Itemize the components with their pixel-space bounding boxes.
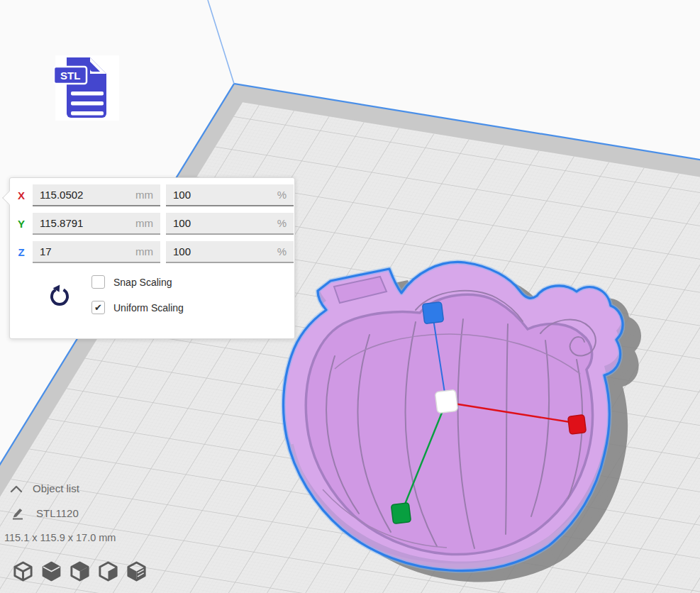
y-scale-handle[interactable] bbox=[391, 503, 411, 524]
chevron-up-icon bbox=[9, 484, 23, 494]
camera-view-toolbar bbox=[11, 559, 148, 583]
axis-y-label: Y bbox=[10, 218, 33, 230]
stl-file-icon[interactable]: STL bbox=[55, 55, 119, 121]
build-volume-edge bbox=[208, 0, 234, 84]
object-list-panel: Object list STL1120 115.1 x 115.9 x 17.0… bbox=[9, 482, 116, 543]
object-list-item[interactable]: STL1120 bbox=[11, 505, 116, 521]
percent-unit-label: % bbox=[277, 189, 287, 201]
3d-viewport[interactable]: STL X 115.0502 mm 100 % Y 115.8791 mm bbox=[0, 0, 700, 593]
z-scale-handle[interactable] bbox=[422, 302, 443, 324]
view-front-icon bbox=[40, 560, 62, 582]
view-right-button[interactable] bbox=[125, 559, 148, 583]
percent-unit-label: % bbox=[277, 217, 287, 229]
object-list-toggle[interactable]: Object list bbox=[9, 482, 116, 494]
checkbox-unchecked bbox=[91, 275, 105, 289]
view-top-icon bbox=[69, 560, 91, 582]
scale-x-percent-input[interactable]: 100 % bbox=[166, 184, 294, 206]
view-3d-icon bbox=[12, 560, 34, 582]
stl-badge-label: STL bbox=[60, 70, 80, 82]
scale-row-z: Z 17 mm 100 % bbox=[10, 241, 294, 263]
object-list-label: Object list bbox=[33, 482, 79, 494]
scale-tool-panel: X 115.0502 mm 100 % Y 115.8791 mm 100 % … bbox=[9, 177, 295, 339]
snap-scaling-checkbox[interactable]: Snap Scaling bbox=[91, 275, 184, 289]
scale-z-mm-input[interactable]: 17 mm bbox=[33, 241, 160, 263]
view-left-button[interactable] bbox=[96, 559, 119, 583]
percent-unit-label: % bbox=[277, 245, 287, 257]
view-top-button[interactable] bbox=[68, 559, 91, 583]
mm-unit-label: mm bbox=[135, 189, 153, 201]
view-left-icon bbox=[97, 560, 119, 582]
scale-row-y: Y 115.8791 mm 100 % bbox=[10, 213, 294, 235]
scale-y-percent-input[interactable]: 100 % bbox=[166, 213, 294, 235]
x-scale-handle[interactable] bbox=[568, 415, 587, 435]
object-name: STL1120 bbox=[36, 507, 79, 519]
scale-x-mm-input[interactable]: 115.0502 mm bbox=[33, 184, 160, 206]
reset-scale-button[interactable] bbox=[47, 282, 72, 308]
mm-unit-label: mm bbox=[135, 245, 153, 257]
pencil-icon bbox=[11, 505, 26, 521]
checkbox-checked: ✔ bbox=[91, 301, 105, 314]
reset-rotate-icon bbox=[47, 282, 72, 308]
view-right-icon bbox=[126, 560, 148, 582]
scale-y-mm-input[interactable]: 115.8791 mm bbox=[33, 213, 160, 235]
model-dimensions: 115.1 x 115.9 x 17.0 mm bbox=[4, 532, 116, 543]
scale-row-x: X 115.0502 mm 100 % bbox=[10, 184, 294, 206]
mm-unit-label: mm bbox=[135, 217, 153, 229]
center-scale-handle[interactable] bbox=[435, 389, 457, 413]
uniform-scaling-checkbox[interactable]: ✔ Uniform Scaling bbox=[91, 301, 184, 314]
view-front-button[interactable] bbox=[40, 559, 62, 583]
scale-z-percent-input[interactable]: 100 % bbox=[166, 241, 294, 263]
view-3d-button[interactable] bbox=[11, 559, 34, 583]
axis-z-label: Z bbox=[10, 246, 33, 258]
